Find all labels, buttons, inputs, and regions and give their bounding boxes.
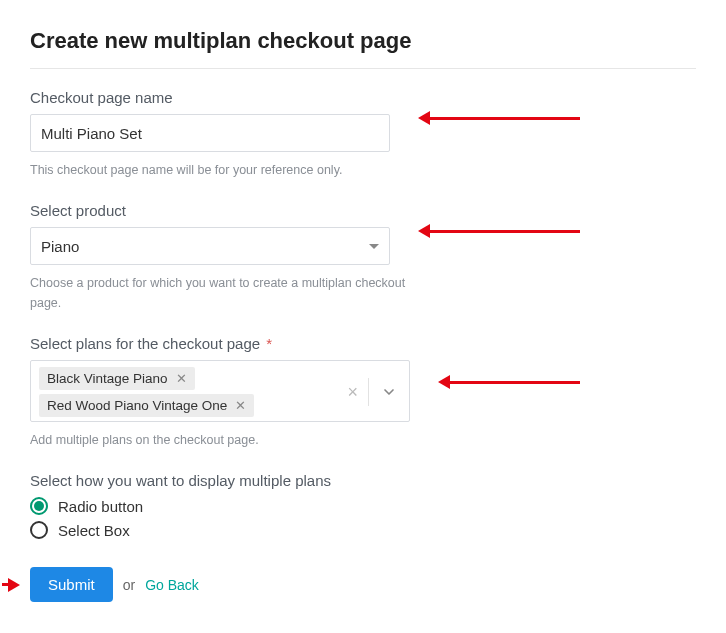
plan-tag: Red Wood Piano Vintage One ✕ — [39, 394, 254, 417]
multiselect-controls: × — [335, 378, 401, 406]
clear-all-icon[interactable]: × — [341, 383, 364, 401]
actions-row: Submit or Go Back — [30, 567, 696, 602]
radio-label: Radio button — [58, 498, 143, 515]
radio-option-radio-button[interactable]: Radio button — [30, 497, 696, 515]
plan-tag-label: Red Wood Piano Vintage One — [47, 398, 227, 413]
separator — [368, 378, 369, 406]
annotation-arrow-icon — [430, 117, 580, 120]
field-plans: Select plans for the checkout page * Bla… — [30, 335, 696, 450]
display-mode-label: Select how you want to display multiple … — [30, 472, 696, 489]
or-text: or — [123, 577, 135, 593]
radio-icon — [30, 497, 48, 515]
radio-icon — [30, 521, 48, 539]
go-back-link[interactable]: Go Back — [145, 577, 199, 593]
divider — [30, 68, 696, 69]
plan-tag-label: Black Vintage Piano — [47, 371, 168, 386]
field-display-mode: Select how you want to display multiple … — [30, 472, 696, 539]
plan-tag: Black Vintage Piano ✕ — [39, 367, 195, 390]
checkout-name-label: Checkout page name — [30, 89, 696, 106]
plans-label-wrap: Select plans for the checkout page * — [30, 335, 696, 352]
product-label: Select product — [30, 202, 696, 219]
checkout-name-help: This checkout page name will be for your… — [30, 160, 410, 180]
annotation-arrow-icon — [430, 230, 580, 233]
plans-label: Select plans for the checkout page — [30, 335, 260, 352]
radio-option-select-box[interactable]: Select Box — [30, 521, 696, 539]
remove-tag-icon[interactable]: ✕ — [235, 399, 246, 412]
required-marker: * — [266, 335, 272, 352]
product-select-value: Piano — [41, 238, 79, 255]
chevron-down-icon[interactable] — [373, 384, 401, 400]
remove-tag-icon[interactable]: ✕ — [176, 372, 187, 385]
field-checkout-name: Checkout page name This checkout page na… — [30, 89, 696, 180]
field-product: Select product Piano Choose a product fo… — [30, 202, 696, 313]
plans-multiselect[interactable]: Black Vintage Piano ✕ Red Wood Piano Vin… — [30, 360, 410, 422]
radio-label: Select Box — [58, 522, 130, 539]
annotation-arrow-icon — [450, 381, 580, 384]
submit-button[interactable]: Submit — [30, 567, 113, 602]
plans-help: Add multiple plans on the checkout page. — [30, 430, 410, 450]
chevron-down-icon — [369, 244, 379, 249]
product-help: Choose a product for which you want to c… — [30, 273, 410, 313]
plans-tags-area: Black Vintage Piano ✕ Red Wood Piano Vin… — [39, 367, 335, 417]
product-select[interactable]: Piano — [30, 227, 390, 265]
checkout-name-input[interactable] — [30, 114, 390, 152]
page-title: Create new multiplan checkout page — [30, 28, 696, 54]
annotation-arrow-icon — [8, 578, 20, 592]
